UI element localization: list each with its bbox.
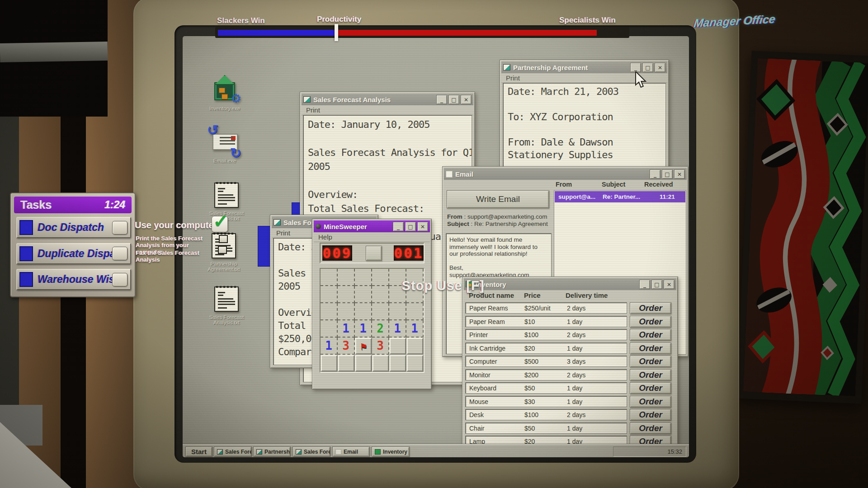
order-button[interactable]: Order: [630, 396, 671, 408]
taskbar-button-label: Inventory: [383, 449, 407, 455]
grid-cell-revealed[interactable]: [321, 286, 338, 303]
grid-cell-hidden[interactable]: [355, 355, 372, 372]
document-icon: [217, 449, 223, 455]
grid-cell-revealed[interactable]: 1: [389, 320, 406, 338]
grid-cell-hidden[interactable]: [389, 338, 406, 355]
task-pin-button[interactable]: [112, 221, 127, 235]
grid-cell-hidden[interactable]: [338, 355, 355, 372]
grid-cell-revealed[interactable]: 1: [321, 338, 338, 355]
desktop-screen[interactable]: ⚙Inventory.exe↺↻Email.exeSales Forecast …: [183, 36, 689, 457]
inventory-item-field: Printer$1002 days: [465, 329, 627, 340]
grid-cell-revealed[interactable]: [321, 320, 338, 338]
menu-help[interactable]: Help: [314, 232, 430, 242]
minimize-button[interactable]: _: [393, 222, 404, 231]
minimize-button[interactable]: _: [436, 95, 447, 104]
grid-cell-revealed[interactable]: [406, 303, 424, 320]
taskbar-button-partnership-a[interactable]: Partnership A: [253, 446, 291, 457]
grid-cell-revealed[interactable]: 3: [338, 338, 355, 355]
titlebar-sales-forecast[interactable]: Sales Forecast Analysis _□✕: [302, 94, 473, 105]
titlebar-email[interactable]: Email _□✕: [444, 168, 687, 180]
order-button[interactable]: Order: [630, 422, 671, 434]
grid-cell-revealed[interactable]: [372, 303, 389, 320]
order-button[interactable]: Order: [630, 356, 671, 367]
order-button[interactable]: Order: [630, 382, 671, 394]
delivery-time: 2 days: [567, 305, 585, 312]
window-title: Email: [455, 170, 647, 178]
grid-cell-hidden[interactable]: [372, 355, 389, 372]
grid-cell-revealed[interactable]: [338, 286, 355, 303]
taskbar-button-label: Sales Forecas: [304, 449, 330, 455]
grid-cell-revealed[interactable]: [355, 303, 372, 320]
task-row-warehouse-wishlist[interactable]: Warehouse Wishlist: [16, 269, 131, 290]
order-button[interactable]: Order: [630, 329, 671, 341]
grid-cell-revealed[interactable]: [321, 303, 338, 320]
task-row-duplicate-dispatch[interactable]: Duplicate Dispatch: [16, 243, 131, 264]
minimize-button[interactable]: _: [650, 169, 660, 179]
taskbar-button-email[interactable]: Email: [332, 446, 370, 457]
email-list-item[interactable]: support@a... Re: Partner... 11:21: [555, 191, 685, 202]
maximize-button[interactable]: □: [405, 222, 416, 231]
order-button[interactable]: Order: [630, 369, 671, 381]
desktop-icon-email-exe[interactable]: ↺↻Email.exe: [205, 127, 244, 164]
titlebar-minesweeper[interactable]: MineSweeper _□✕: [314, 221, 430, 232]
close-button[interactable]: ✕: [655, 63, 665, 72]
meter-label-specialists: Specialists Win: [559, 16, 616, 25]
write-email-button[interactable]: Write Email: [447, 190, 549, 208]
taskbar[interactable]: Start Sales ForecasPartnership ASales Fo…: [183, 444, 689, 457]
grid-cell-revealed[interactable]: [338, 303, 355, 320]
grid-cell-revealed[interactable]: 3: [372, 338, 389, 355]
start-button[interactable]: Start: [185, 446, 212, 457]
grid-cell-revealed[interactable]: [355, 286, 372, 303]
taskbar-button-sales-forecas[interactable]: Sales Forecas: [214, 446, 252, 457]
order-button[interactable]: Order: [630, 302, 671, 314]
desktop-icon-sales-forecast-analysis-txt[interactable]: Sales Forecast Analysis.txt: [207, 284, 246, 325]
maximize-button[interactable]: □: [642, 63, 653, 72]
maximize-button[interactable]: □: [448, 95, 459, 104]
task-pin-button[interactable]: [112, 273, 127, 286]
task-pin-button[interactable]: [112, 247, 127, 260]
taskbar-button-inventory[interactable]: Inventory: [372, 446, 410, 457]
close-button[interactable]: ✕: [664, 280, 675, 289]
grid-cell-hidden[interactable]: [406, 355, 424, 372]
window-inventory[interactable]: Inventory _□✕ Product name Price Deliver…: [462, 277, 678, 457]
grid-cell-revealed[interactable]: [321, 269, 338, 286]
inventory-row: Printer$1002 daysOrder: [462, 329, 679, 341]
close-button[interactable]: ✕: [674, 169, 685, 179]
task-complete-checkbox[interactable]: ✓: [212, 216, 228, 232]
grid-cell-revealed[interactable]: 1: [406, 320, 424, 338]
delivery-time: 1 day: [567, 318, 582, 325]
task-color-chip: [19, 272, 33, 287]
minimize-button[interactable]: _: [639, 280, 650, 289]
grid-cell-hidden[interactable]: [406, 338, 424, 355]
order-button[interactable]: Order: [630, 316, 671, 328]
meter-marker: [335, 24, 338, 41]
window-minesweeper[interactable]: MineSweeper _□✕ Help 009 001 1121113⚑3: [312, 219, 432, 389]
order-button[interactable]: Order: [630, 409, 671, 421]
minimize-button[interactable]: _: [630, 63, 641, 72]
grid-cell-hidden[interactable]: [321, 355, 338, 372]
minesweeper-status-panel: 009 001: [320, 243, 425, 263]
inventory-item-field: Paper Ream$101 day: [465, 316, 627, 327]
taskbar-button-sales-forecas[interactable]: Sales Forecas: [292, 446, 330, 457]
desktop-icon-inventory-exe[interactable]: ⚙Inventory.exe: [205, 75, 244, 111]
grid-cell-revealed[interactable]: 1: [338, 320, 355, 338]
reset-smiley-button[interactable]: [366, 246, 382, 261]
email-subject-line: Subject : Re: Partnership Agreement: [447, 221, 548, 227]
grid-cell-revealed[interactable]: [338, 269, 355, 286]
grid-cell-hidden[interactable]: ⚑: [355, 338, 372, 355]
maximize-button[interactable]: □: [651, 280, 662, 289]
grid-cell-revealed[interactable]: 1: [355, 320, 372, 338]
grid-cell-revealed[interactable]: 2: [372, 320, 389, 338]
order-button[interactable]: Order: [630, 343, 671, 354]
task-row-doc-dispatch[interactable]: Doc Dispatch: [16, 217, 131, 238]
grid-cell-revealed[interactable]: [389, 303, 406, 320]
menu-print[interactable]: Print: [302, 105, 473, 115]
grid-cell-revealed[interactable]: [355, 269, 372, 286]
close-button[interactable]: ✕: [461, 95, 472, 104]
grid-cell-hidden[interactable]: [389, 355, 406, 372]
grid-cell-revealed[interactable]: [372, 269, 389, 286]
close-button[interactable]: ✕: [417, 222, 428, 231]
maximize-button[interactable]: □: [662, 169, 673, 179]
flag-icon: ⚑: [360, 341, 366, 352]
grid-cell-revealed[interactable]: [372, 286, 389, 303]
